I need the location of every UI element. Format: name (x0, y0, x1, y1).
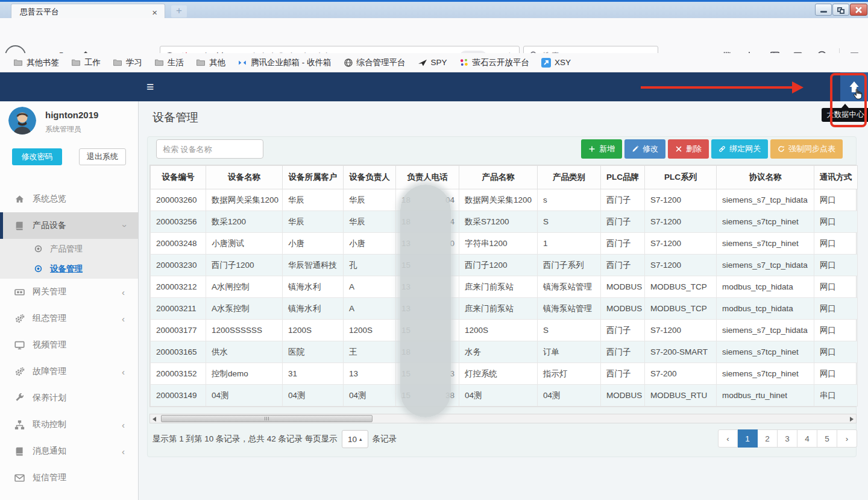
avatar[interactable] (8, 107, 36, 134)
sitemap-icon (14, 420, 25, 430)
cell-protocol: siemens_s7tcp_hinet (717, 341, 814, 363)
column-header[interactable]: 设备负责人 (344, 166, 396, 189)
cell-category: 04测 (538, 385, 601, 407)
logout-button[interactable]: 退出系统 (79, 148, 126, 165)
sidebar-item-gateway[interactable]: 网关管理‹ (0, 279, 138, 305)
bookmark-item[interactable]: 综合管理平台 (339, 55, 410, 70)
summary-prefix: 显示第 1 到第 10 条记录，总共 42 条记录 每页显示 (153, 434, 338, 445)
page-prev-button[interactable]: ‹ (718, 429, 738, 448)
bookmark-item[interactable]: SPY (413, 56, 452, 69)
sidebar-item-wrench[interactable]: 保养计划 (0, 385, 138, 411)
table-row[interactable]: 200003152控制demo3113153灯控系统指示灯西门子S7-200si… (151, 363, 858, 385)
column-header[interactable]: 设备名称 (206, 166, 283, 189)
caret-up-icon: ▴ (359, 436, 362, 442)
cross-button[interactable]: 删除 (668, 139, 709, 159)
horizontal-scrollbar[interactable] (149, 414, 857, 423)
home-icon (14, 194, 25, 204)
sidebar-item-book[interactable]: 消息通知‹ (0, 438, 138, 464)
bookmark-label: 其他书签 (27, 57, 59, 68)
sidebar-item-sitemap[interactable]: 联动控制‹ (0, 411, 138, 438)
tab-close-icon[interactable]: × (151, 7, 159, 17)
scroll-left-arrow[interactable] (153, 417, 156, 422)
page-next-button[interactable]: › (837, 429, 857, 448)
refresh-button[interactable]: 强制同步点表 (770, 139, 843, 159)
bookmark-item[interactable]: 工作 (66, 55, 105, 70)
change-password-button[interactable]: 修改密码 (12, 148, 62, 165)
column-header[interactable]: PLC系列 (645, 166, 717, 189)
window-close-button[interactable] (850, 4, 867, 16)
column-header[interactable]: 通讯方式 (814, 166, 858, 189)
bookmark-item[interactable]: 生活 (149, 55, 189, 70)
cell-id: 200003177 (151, 320, 206, 341)
annotation-highlight-box (830, 73, 867, 127)
bookmark-item[interactable]: 其他 (191, 55, 230, 70)
column-header[interactable]: 设备编号 (151, 166, 206, 189)
window-minimize-button[interactable] (815, 4, 832, 16)
pencil-button[interactable]: 修改 (624, 139, 665, 159)
sidebar-item-gears[interactable]: 故障管理‹ (0, 358, 138, 385)
table-row[interactable]: 200003260数据网关采集1200华辰华辰1804数据网关采集1200s西门… (151, 189, 858, 211)
column-header[interactable]: 产品名称 (459, 166, 538, 189)
sidebar-item-home[interactable]: 系统总览 (0, 186, 138, 212)
cell-plc_series: S7-1200 (645, 233, 717, 255)
column-header[interactable]: PLC品牌 (601, 166, 645, 189)
sidebar-item-monitor[interactable]: 视频管理 (0, 332, 138, 358)
screen: 思普云平台 × + ← → ↻ iot.idosp.net/admin/inde… (0, 0, 868, 500)
table-row[interactable]: 200003165供水医院王18水务订单西门子S7-200-SMARTsieme… (151, 341, 858, 363)
cell-customer: 镇海水利 (283, 276, 344, 298)
table-row[interactable]: 2000031771200SSSSSS1200S1200S151200SS西门子… (151, 320, 858, 341)
cell-category: 指示灯 (538, 363, 601, 385)
page-button[interactable]: 1 (738, 429, 758, 448)
scrollbar-thumb[interactable] (161, 415, 373, 422)
table-row[interactable]: 20000314904测04测04测153804测04测MODBUSMODBUS… (151, 385, 858, 407)
page-button[interactable]: 3 (778, 429, 797, 448)
table-row[interactable]: 200003230西门子1200华辰智通科技孔15西门子1200西门子系列西门子… (151, 255, 858, 276)
column-header[interactable]: 设备所属客户 (283, 166, 344, 189)
cell-plc_brand: 西门子 (601, 341, 645, 363)
cell-plc_series: MODBUS_RTU (645, 385, 717, 407)
table-row[interactable]: 200003211A水泵控制镇海水利A13庶来门前泵站镇海泵站管理MODBUSM… (151, 298, 858, 320)
plus-button[interactable]: 新增 (581, 139, 622, 159)
page-button[interactable]: 5 (817, 429, 837, 448)
cell-name: 控制demo (206, 363, 283, 385)
browser-tab[interactable]: 思普云平台 × (11, 4, 165, 20)
device-search-input[interactable] (156, 139, 263, 159)
window-restore-button[interactable] (832, 4, 849, 16)
table-row[interactable]: 200003256数采1200华辰华辰184数采S71200S西门子S7-120… (151, 211, 858, 233)
column-header[interactable]: 产品类别 (538, 166, 601, 189)
bookmark-item[interactable]: 其他书签 (8, 55, 64, 70)
bookmark-item[interactable]: XSY (536, 56, 576, 69)
gears-icon (14, 367, 25, 377)
scroll-right-arrow[interactable] (850, 417, 854, 422)
sidebar-toggle-icon[interactable]: ≡ (146, 80, 154, 94)
column-header[interactable]: 协议名称 (717, 166, 814, 189)
cell-plc_brand: 西门子 (601, 189, 645, 211)
bookmark-item[interactable]: 萤石云开放平台 (454, 55, 535, 70)
cell-comm: 网口 (814, 189, 858, 211)
bookmark-item[interactable]: 学习 (108, 55, 147, 70)
cell-owner: 王 (344, 341, 396, 363)
bookmark-label: 工作 (84, 57, 101, 68)
table-row[interactable]: 200003212A水闸控制镇海水利A13庶来门前泵站镇海泵站管理MODBUSM… (151, 276, 858, 298)
link-button[interactable]: 绑定网关 (711, 139, 768, 159)
sidebar-subitem[interactable]: 产品管理 (0, 239, 138, 259)
chevron-icon: ‹ (122, 314, 125, 324)
bookmark-label: 腾讯企业邮箱 - 收件箱 (251, 57, 332, 68)
page-button[interactable]: 2 (758, 429, 778, 448)
sidebar-item-envelope[interactable]: 短信管理 (0, 464, 138, 491)
page-button[interactable]: 4 (797, 429, 817, 448)
bookmark-label: 其他 (209, 57, 225, 68)
sidebar-item-gears[interactable]: 组态管理‹ (0, 305, 138, 332)
page-size-dropdown[interactable]: 10 ▴ (342, 430, 368, 448)
table-row[interactable]: 200003248小唐测试小唐小唐130字符串12001西门子S7-1200si… (151, 233, 858, 255)
sidebar-subitem[interactable]: 设备管理 (0, 259, 138, 279)
cell-name: 数采1200 (206, 211, 283, 233)
cell-id: 200003260 (151, 189, 206, 211)
sidebar: hignton2019 系统管理员 修改密码 退出系统 系统总览产品设备‹产品管… (0, 101, 139, 500)
wrench-icon (14, 393, 25, 403)
new-tab-button[interactable]: + (171, 5, 187, 17)
bookmark-item[interactable]: 腾讯企业邮箱 - 收件箱 (233, 55, 336, 70)
folder-icon (154, 58, 164, 68)
cell-comm: 网口 (814, 363, 858, 385)
sidebar-item-book[interactable]: 产品设备‹ (0, 212, 138, 239)
